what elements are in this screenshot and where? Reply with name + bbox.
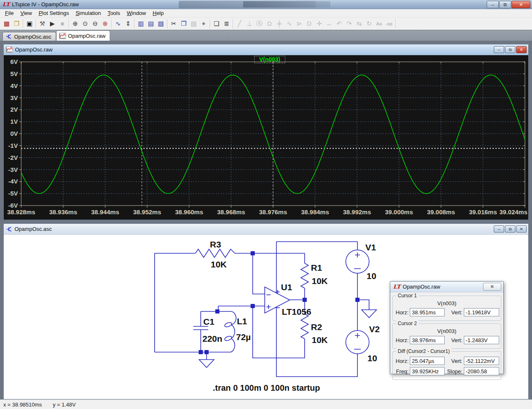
cursor-dialog-close-button[interactable]: ✕ [483,283,501,291]
component-ref[interactable]: U1 [281,282,292,292]
cut-icon[interactable]: ✂ [169,19,179,29]
print-icon[interactable]: ≣ [222,19,232,29]
status-x-readout: x = 38.98510ms [3,402,42,408]
menu-simulation[interactable]: Simulation [72,9,104,17]
child-restore-button[interactable]: ⧉ [505,225,515,233]
cursor2-trace-name: V(n003) [394,328,499,334]
component-value[interactable]: 10K [211,260,227,269]
toolbar-separator [210,19,210,28]
restore-button[interactable]: ⧉ [499,1,511,8]
zoom-in-icon[interactable]: ⊕ [70,19,80,29]
new-schematic-icon[interactable]: ▩ [2,19,12,29]
voltage-source-V1[interactable]: V1 10 [346,242,376,281]
cursor1-horz-field[interactable]: 38.951ms [410,308,445,316]
menu-file[interactable]: File [2,9,17,17]
component-value[interactable]: 220n [202,334,222,343]
cascade-windows-icon[interactable]: ▧ [156,19,166,29]
component-value[interactable]: 10 [367,353,377,363]
find-icon[interactable]: ⌖ [199,19,209,29]
tile-vertical-icon[interactable]: ▥ [136,19,146,29]
cursor-dialog: LT OpampOsc.raw ✕ Cursor 1 V(n003) Horz:… [390,281,504,374]
group-label: Cursor 2 [396,321,419,326]
horz-label: Horz: [394,337,409,343]
component-ref[interactable]: V2 [369,324,380,334]
ground-symbol[interactable] [362,310,377,318]
zoom-box-icon[interactable]: ⊙ [80,19,90,29]
tab-opamposc-asc[interactable]: OpampOsc.asc [2,32,56,41]
component-value[interactable]: 10K [312,335,328,345]
spice-directive-text[interactable]: .tran 0 100m 0 100n startup [213,383,320,392]
menu-view[interactable]: View [17,9,35,17]
menu-tools[interactable]: Tools [104,9,123,17]
menu-window[interactable]: Window [123,9,149,17]
capacitor-icon: ╪ [274,19,284,29]
menu-plot-settings[interactable]: Plot Settings [35,9,72,17]
y-tick-label: 3V [10,94,18,101]
schematic-icon [6,226,12,232]
plot-settings-icon[interactable]: ⇕ [123,19,133,29]
app-lt-logo-icon: LT [2,1,10,7]
ground-icon: ⊥ [244,19,254,29]
component-value[interactable]: 10 [367,271,376,281]
voltage-source-V2[interactable]: V2 10 [346,324,380,363]
toolbar-separator [23,19,23,28]
close-button[interactable]: ✕ [512,1,530,8]
x-tick-label: 39.016ms [469,208,497,216]
component-ref[interactable]: R2 [311,322,322,332]
tab-opamposc-raw[interactable]: OpampOsc.raw [56,30,110,41]
menu-help[interactable]: Help [149,9,167,17]
component-value[interactable]: 10K [312,276,328,286]
minimize-button[interactable]: – [487,1,499,8]
cursor-dialog-titlebar[interactable]: LT OpampOsc.raw ✕ [390,282,503,292]
cursor2-vert-field[interactable]: -1.2483V [464,336,499,344]
diff-freq-field[interactable]: 39.925KHz [410,367,445,375]
cursor2-horz-field[interactable]: 38.976ms [410,336,445,344]
waveform-window-titlebar[interactable]: OpampOsc.raw – ⧉ ✕ [4,44,528,55]
control-panel-icon[interactable]: ⚒ [37,19,47,29]
waveform-plot-area[interactable]: 38.928ms38.936ms38.944ms38.952ms38.960ms… [4,55,528,220]
background-window-blur [243,1,330,7]
diff-horz-field[interactable]: 25.047µs [410,357,445,365]
capacitor-C1[interactable]: C1 220n [193,311,222,352]
autorange-y-icon[interactable]: ∿ [113,19,123,29]
waveform-plot: 38.928ms38.936ms38.944ms38.952ms38.960ms… [4,55,528,220]
component-value[interactable]: 72µ [236,332,251,342]
slope-label: Slope: [447,368,463,375]
resistor-R1[interactable]: R1 10K [301,263,328,288]
inductor-L1[interactable]: L1 72µ [224,311,251,352]
ground-symbol[interactable] [199,360,214,367]
cursor1-trace-name: V(n003) [394,300,499,306]
child-close-button[interactable]: ✕ [516,225,527,233]
component-ref[interactable]: L1 [237,316,247,326]
diff-group: Diff (Cursor2 - Cursor1) Horz: 25.047µs … [392,351,501,380]
copy-icon[interactable]: ❐ [179,19,189,29]
schematic-wires[interactable] [155,242,369,377]
x-tick-label: 38.984ms [301,208,329,216]
x-tick-label: 38.968ms [217,208,245,216]
zoom-full-extents-icon[interactable]: ⊗ [100,19,110,29]
component-value[interactable]: LT1056 [282,307,311,316]
component-ref[interactable]: R3 [210,240,221,249]
cursor1-vert-field[interactable]: -1.19618V [464,308,499,316]
diff-vert-field[interactable]: -52.1122mV [464,357,499,365]
child-close-button[interactable]: ✕ [516,46,527,53]
zoom-out-icon[interactable]: ⊖ [90,19,100,29]
open-file-icon[interactable]: ❒ [12,19,22,29]
x-tick-label: 38.976ms [259,208,287,216]
child-minimize-button[interactable]: – [494,225,504,233]
resistor-R3[interactable]: R3 10K [195,240,235,269]
save-icon[interactable]: ▣ [25,19,34,29]
child-minimize-button[interactable]: – [494,46,504,53]
y-tick-label: 5V [10,70,18,77]
print-preview-icon[interactable]: ❏ [212,19,222,29]
tile-horizontal-icon[interactable]: ▤ [146,19,156,29]
trace-label[interactable]: V(n003) [259,56,281,63]
diff-slope-field[interactable]: -2080.58 [464,367,499,375]
child-restore-button[interactable]: ⧉ [505,46,515,53]
component-ref[interactable]: C1 [203,317,214,326]
schematic-window-title: OpampOsc.asc [15,226,52,232]
run-icon[interactable]: ▶ [47,19,57,29]
component-ref[interactable]: R1 [311,263,322,272]
component-ref[interactable]: V1 [365,242,376,252]
schematic-window-titlebar[interactable]: OpampOsc.asc – ⧉ ✕ [4,224,528,235]
